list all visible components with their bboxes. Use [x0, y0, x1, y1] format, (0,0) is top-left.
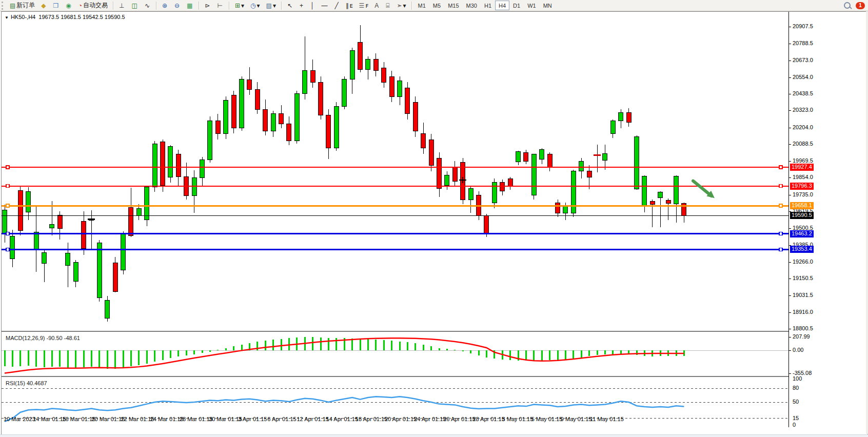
periods-button[interactable]: ◷▾ [248, 0, 263, 11]
timeframe-button-h1[interactable]: H1 [481, 1, 495, 10]
candle [89, 210, 94, 250]
timeframe-button-m15[interactable]: M15 [444, 1, 462, 10]
new-order-button[interactable]: ▤新订单 [7, 0, 37, 11]
cursor-tool-button[interactable]: ↖ [285, 0, 296, 11]
auto-scroll-button[interactable]: ⊳ [202, 0, 213, 11]
hline-handle[interactable] [6, 248, 9, 251]
macd-panel-canvas[interactable] [2, 333, 788, 375]
time-axis-label: 11 May 01:15 [590, 416, 624, 422]
candle [224, 96, 228, 138]
price-level-badge: 19463.2 [790, 230, 814, 237]
crosshair-tool-button[interactable]: + [297, 0, 307, 11]
price-chart-canvas[interactable] [2, 12, 788, 330]
hline-handle[interactable] [6, 204, 9, 207]
zoom-in-button[interactable]: ⊕ [160, 0, 171, 11]
candle [121, 231, 126, 274]
vertical-line-tool-button[interactable]: │ [308, 0, 318, 11]
panel-divider-1[interactable] [2, 331, 788, 332]
autotrading-button[interactable]: ◔自动交易 [76, 0, 110, 11]
chart-shift-icon: ⊢ [217, 3, 222, 9]
indicators-button[interactable]: ⊞▾ [232, 0, 247, 11]
navigator-button[interactable]: ❒ [51, 0, 63, 11]
channel-tool-button[interactable]: ∥ᴇ [343, 0, 356, 11]
hline-handle[interactable] [779, 204, 782, 207]
rsi-axis-label: 80 [793, 385, 799, 391]
line-chart-button[interactable]: ∿ [142, 0, 153, 11]
hline-handle[interactable] [779, 185, 782, 188]
candle [358, 25, 363, 72]
candle [524, 150, 528, 164]
time-axis-label: 24 Apr 01:15 [414, 416, 446, 422]
rsi-axis-label: 15 [793, 415, 799, 421]
timeframe-button-m30[interactable]: M30 [463, 1, 481, 10]
price-tick [788, 94, 791, 94]
toolbar-separator [411, 2, 412, 10]
time-axis-label: 16 Mar 01:15 [62, 416, 95, 422]
tile-windows-button[interactable]: ▦ [184, 0, 196, 11]
time-axis-label: 20 Mar 01:15 [91, 416, 125, 422]
candle [105, 296, 110, 322]
collapse-caret-icon[interactable]: ▼ [5, 15, 9, 20]
hline-handle[interactable] [779, 232, 782, 235]
time-axis-label: 12 Apr 01:15 [297, 416, 329, 422]
hline-handle[interactable] [779, 166, 782, 169]
price-tick-label: 20907.5 [793, 23, 813, 29]
fibonacci-tool-button[interactable]: ☰ꜰ [357, 0, 371, 11]
price-level-badge: 19796.3 [790, 183, 814, 190]
text-label-tool-icon: ⌸ [386, 3, 389, 9]
rsi-label: RSI(15) 40.4687 [6, 380, 47, 386]
panel-divider-2[interactable] [2, 376, 788, 377]
price-tick-label: 20204.0 [793, 124, 813, 130]
horizontal-line-tool-button[interactable]: — [319, 0, 331, 11]
down-arrow-annotation[interactable] [693, 181, 715, 198]
zoom-out-button[interactable]: ⊖ [172, 0, 183, 11]
chart-shift-button[interactable]: ⊢ [214, 0, 226, 11]
hline-handle[interactable] [6, 166, 9, 169]
time-axis-label: 3 Apr 01:15 [238, 416, 267, 422]
time-axis-label: 14 Apr 01:15 [326, 416, 358, 422]
time-axis-label: 14 Mar 01:15 [33, 416, 66, 422]
text-tool-button[interactable]: A [372, 0, 382, 11]
hline-handle[interactable] [6, 185, 9, 188]
arrows-tool-button[interactable]: ➣▾ [394, 0, 408, 11]
candle [452, 161, 457, 187]
candle [531, 154, 536, 200]
market-watch-button[interactable]: ◆ [38, 0, 49, 11]
candlestick-chart-button[interactable]: ◫ [129, 0, 141, 11]
price-tick-label: 19266.0 [793, 259, 813, 265]
hline-handle[interactable] [779, 248, 782, 251]
candle [255, 82, 260, 113]
candle [500, 180, 505, 195]
templates-button[interactable]: ▨▾ [264, 0, 279, 11]
time-axis-label: 5 May 01:15 [531, 416, 563, 422]
indicators-button-label: ▾ [241, 2, 244, 9]
bar-chart-button[interactable]: ⊥ [116, 0, 128, 11]
price-tick-label: 20788.5 [793, 40, 813, 46]
price-tick [788, 128, 791, 128]
candle [610, 120, 615, 138]
periods-button-label: ▾ [257, 2, 260, 9]
timeframe-button-d1[interactable]: D1 [509, 1, 524, 10]
price-tick-label: 18916.0 [793, 309, 813, 315]
line-chart-icon: ∿ [145, 3, 150, 9]
trendline-tool-button[interactable]: ╱ [332, 0, 342, 11]
toolbar-separator [113, 2, 114, 10]
timeframe-button-h4[interactable]: H4 [495, 1, 509, 10]
notification-badge[interactable]: 1 [856, 2, 865, 9]
bar-chart-icon: ⊥ [119, 3, 124, 9]
candle [73, 260, 78, 287]
search-icon[interactable] [844, 2, 851, 9]
price-level-badge: 19927.4 [790, 164, 814, 171]
timeframe-button-mn[interactable]: MN [540, 1, 556, 10]
candle [445, 171, 449, 190]
timeframe-button-m5[interactable]: M5 [429, 1, 444, 10]
hline-handle[interactable] [6, 232, 9, 235]
candle [366, 56, 370, 80]
text-label-tool-button[interactable]: ⌸ [383, 0, 393, 11]
timeframe-button-m1[interactable]: M1 [415, 1, 429, 10]
candle [319, 76, 323, 120]
candle [429, 134, 433, 171]
market-watch-icon: ◆ [41, 3, 46, 9]
timeframe-button-w1[interactable]: W1 [524, 1, 540, 10]
signals-button[interactable]: ◉ [63, 0, 74, 11]
